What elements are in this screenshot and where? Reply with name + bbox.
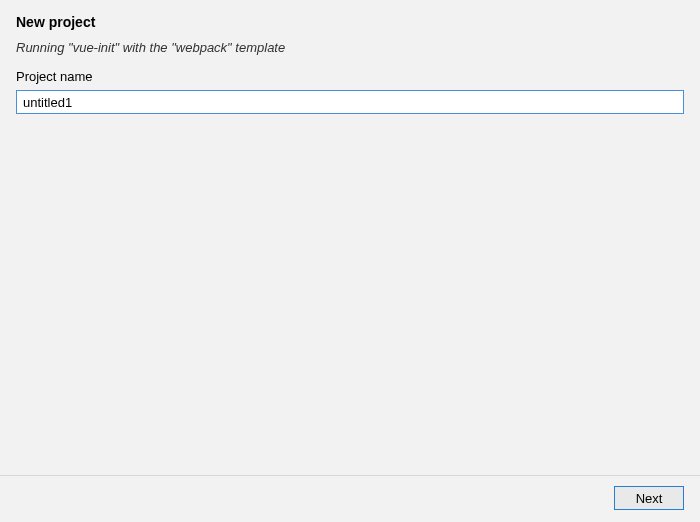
project-name-label: Project name xyxy=(16,69,684,84)
next-button[interactable]: Next xyxy=(614,486,684,510)
dialog-subtitle: Running "vue-init" with the "webpack" te… xyxy=(16,40,684,55)
dialog-title: New project xyxy=(16,14,684,30)
dialog-content: New project Running "vue-init" with the … xyxy=(0,0,700,475)
project-name-input[interactable] xyxy=(16,90,684,114)
dialog-footer: Next xyxy=(0,475,700,522)
